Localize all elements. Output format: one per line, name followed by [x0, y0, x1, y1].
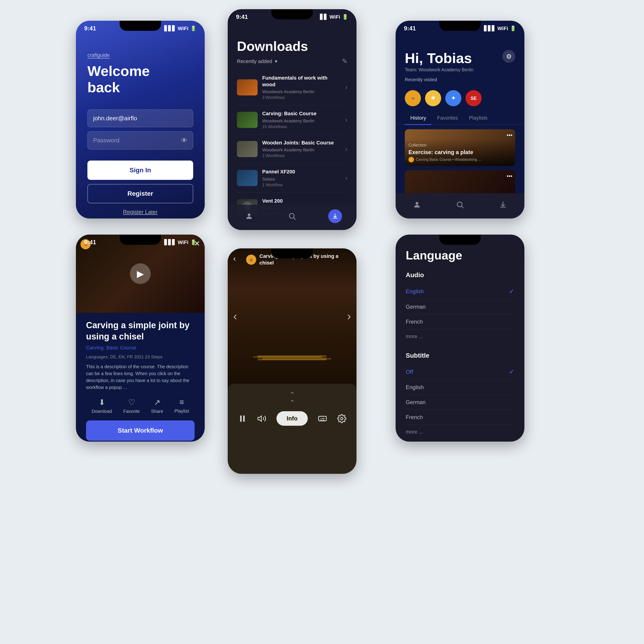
list-item[interactable]: Fundamentals of work with wood Woodwork …: [237, 70, 347, 105]
edit-icon[interactable]: ✎: [342, 57, 347, 65]
list-item[interactable]: Wooden Joints: Basic Course Woodwork Aca…: [237, 135, 347, 164]
tab-favorites[interactable]: Favorites: [431, 112, 463, 124]
subtitle-option-german[interactable]: German: [406, 395, 514, 410]
audio-option-english[interactable]: English ✓: [406, 283, 514, 299]
home-tabs: History Favorites Playlists: [396, 112, 524, 125]
signal-icon: ▋▋▋: [164, 239, 176, 245]
audio-english-label: English: [406, 288, 424, 295]
password-input-container[interactable]: 👁: [87, 131, 193, 149]
screen-downloads: 9:41 ▋▋ WiFi 🔋 Downloads Recently added …: [228, 9, 357, 230]
password-field[interactable]: [93, 137, 181, 144]
pause-button[interactable]: [238, 414, 247, 423]
screen-login: 9:41 ▋▋▋ WiFi 🔋 craftguide Welcomeback 👁…: [76, 21, 205, 219]
card-avatar-sm: [408, 157, 414, 162]
nav-search-icon[interactable]: [453, 198, 467, 212]
screen-home: 9:41 ▋▋▋ WiFi 🔋 Hi, Tobias Team: Woodwor…: [396, 21, 524, 219]
download-flows: 1 Workflow: [262, 183, 341, 187]
audio-french-label: French: [406, 319, 423, 325]
caption-button[interactable]: [318, 414, 327, 423]
chevron-up-icon: ⌃⌃: [289, 391, 295, 407]
avatar-icon: 🪵: [249, 257, 253, 262]
subtitle-option-english[interactable]: English: [406, 380, 514, 395]
register-button[interactable]: Register: [87, 184, 193, 203]
playlist-icon: ≡: [179, 398, 184, 407]
prev-video-button[interactable]: ‹: [233, 309, 237, 323]
expand-chevrons[interactable]: ⌃⌃: [238, 391, 346, 407]
eye-icon[interactable]: 👁: [181, 137, 187, 144]
downloads-filter[interactable]: Recently added ▾ ✎: [237, 57, 347, 65]
avatar-woodwork[interactable]: 🪵: [405, 90, 421, 106]
download-org: Woodwork Academy Berlin: [262, 147, 341, 152]
download-org: Woodwork Academy Berlin: [262, 89, 341, 94]
nav-profile-icon[interactable]: [410, 198, 424, 212]
nav-profile-icon[interactable]: [242, 209, 256, 223]
download-name: Wooden Joints: Basic Course: [262, 140, 341, 146]
svg-point-10: [341, 417, 343, 420]
history-card-1[interactable]: ••• Collection Exercise: carving a plate…: [405, 129, 515, 166]
download-name: Fundamentals of work with wood: [262, 75, 341, 88]
more-options-icon[interactable]: •••: [507, 173, 512, 179]
chevron-right-icon: ›: [345, 145, 347, 153]
download-action[interactable]: ⬇ Download: [92, 398, 112, 414]
list-item[interactable]: Pannel XF200 Solara 1 Workflow ›: [237, 164, 347, 193]
sign-in-button[interactable]: Sign In: [87, 161, 193, 180]
audio-option-german[interactable]: German: [406, 299, 514, 314]
audio-more[interactable]: more ...: [406, 329, 514, 344]
more-options-icon[interactable]: •••: [507, 132, 512, 138]
audio-option-french[interactable]: French: [406, 314, 514, 329]
wifi-icon: WiFi: [178, 239, 188, 245]
register-later-link[interactable]: Register Later: [87, 209, 193, 215]
team-text: Team: Woodwork Academy Berlin: [405, 67, 474, 72]
time-home: 9:41: [404, 25, 416, 32]
settings-button[interactable]: [337, 414, 346, 423]
tab-playlists[interactable]: Playlists: [463, 112, 493, 124]
next-video-button[interactable]: ›: [347, 309, 351, 323]
subtitle-more[interactable]: more ...: [406, 425, 514, 439]
favorite-action[interactable]: ♡ Favorite: [123, 398, 140, 414]
volume-button[interactable]: [257, 414, 266, 423]
nav-download-icon[interactable]: [328, 209, 342, 223]
email-field[interactable]: [93, 115, 187, 122]
video-player-area: ‹ 🪵 Carving a simple joint by using a ch…: [228, 248, 357, 384]
svg-marker-8: [258, 416, 261, 421]
screen-detail: 9:41 ▋▋▋ WiFi 🔋 🪵 ✕ ▶ Carving a simple j…: [76, 235, 205, 442]
download-name: Vent 200: [262, 198, 341, 204]
status-icons-login: ▋▋▋ WiFi 🔋: [164, 26, 196, 32]
subtitle-option-french[interactable]: French: [406, 410, 514, 425]
settings-button[interactable]: ⚙: [502, 50, 515, 63]
info-button[interactable]: Info: [276, 411, 308, 426]
email-input-container[interactable]: [87, 109, 193, 127]
signal-icon: ▋▋: [320, 14, 328, 20]
start-workflow-button[interactable]: Start Workflow: [86, 420, 195, 441]
avatar-blue[interactable]: ✦: [445, 90, 461, 106]
wifi-icon: WiFi: [497, 26, 508, 32]
recently-visited-label: Recently visited: [396, 77, 524, 87]
login-title: Welcomeback: [87, 63, 193, 96]
time-detail: 9:41: [84, 239, 96, 246]
course-langs: Languages: DE, EN, FR 2021 23 Steps: [86, 354, 195, 359]
battery-icon: 🔋: [190, 26, 196, 32]
tab-history[interactable]: History: [405, 112, 431, 125]
avatar-se[interactable]: SE: [466, 90, 482, 106]
list-item[interactable]: Carving: Basic Course Woodwork Academy B…: [237, 105, 347, 135]
nav-search-icon[interactable]: [285, 209, 299, 223]
nav-download-icon[interactable]: [496, 198, 510, 212]
notch: [271, 9, 313, 19]
download-flows: 3 Workflows: [262, 95, 341, 100]
home-header: Hi, Tobias Team: Woodwork Academy Berlin…: [396, 34, 524, 77]
playlist-action[interactable]: ≡ Playlist: [174, 398, 189, 414]
chevron-right-icon: ›: [345, 116, 347, 124]
svg-line-2: [294, 218, 296, 220]
subtitle-french-label: French: [406, 414, 423, 420]
card-meta-1: Carving Basic Course • Woodworking ...: [408, 157, 512, 162]
subtitle-option-off[interactable]: Off ✓: [406, 364, 514, 380]
play-button[interactable]: ▶: [130, 263, 151, 284]
chevron-right-icon: ›: [345, 84, 347, 91]
language-title: Language: [406, 248, 514, 262]
card-title-1: Exercise: carving a plate: [408, 149, 512, 155]
card-image-1: ••• Collection Exercise: carving a plate…: [405, 129, 515, 166]
avatar-yellow[interactable]: ☀: [425, 90, 441, 106]
back-button[interactable]: ‹: [233, 254, 236, 263]
status-icons-home: ▋▋▋ WiFi 🔋: [484, 26, 516, 32]
share-action[interactable]: ↗ Share: [151, 398, 163, 414]
